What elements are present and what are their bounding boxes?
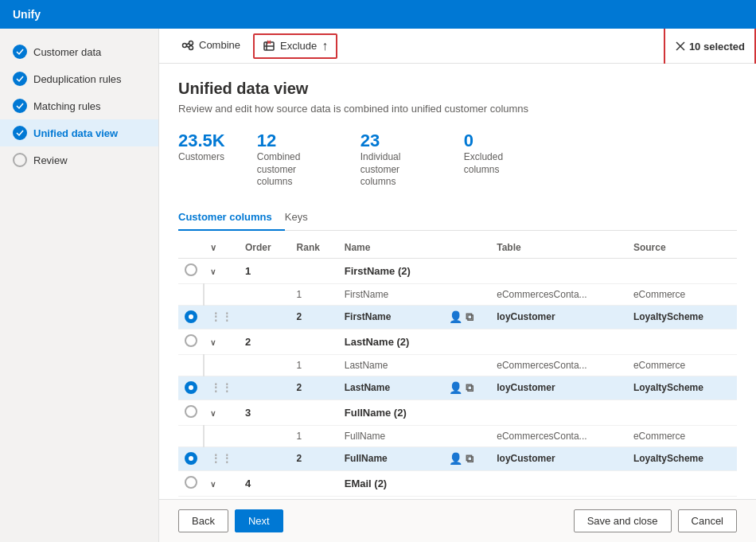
page-content: Unified data view Review and edit how so… (159, 64, 756, 499)
combine-icon (181, 39, 194, 52)
sidebar-label-unified-data-view: Unified data view (33, 127, 118, 139)
row-rank: 2 (290, 446, 338, 470)
stat-combined-label: Combined customer columns (257, 151, 329, 189)
row-cell-icons (442, 354, 490, 376)
person-icon[interactable]: 👤 (449, 310, 462, 323)
row-name: FirstName (338, 283, 442, 305)
combine-label: Combine (199, 39, 240, 51)
th-table: Table (490, 237, 627, 259)
next-button[interactable]: Next (235, 509, 283, 532)
sidebar-item-review[interactable]: Review (0, 146, 158, 174)
radio-unchecked[interactable] (185, 405, 197, 418)
cancel-label: Cancel (692, 515, 723, 527)
cursor-indicator: ↑ (321, 39, 328, 53)
cell-action-icons: 👤 ⧉ (449, 452, 484, 466)
row-table: eCommercesConta... (490, 354, 627, 376)
sidebar: Customer data Deduplication rules Matchi… (0, 29, 159, 542)
save-close-button[interactable]: Save and close (574, 509, 672, 532)
radio-unchecked[interactable] (185, 476, 197, 489)
row-cell-icons: 👤 ⧉ (442, 446, 490, 470)
radio-unchecked[interactable] (185, 334, 197, 347)
drag-handle-icon[interactable]: ⋮⋮ (210, 310, 232, 323)
th-expand: ∨ (204, 237, 239, 259)
row-name: EMail (2) (338, 470, 442, 496)
exclude-button[interactable]: Exclude ↑ (253, 33, 337, 59)
row-table: eCommercesConta... (490, 283, 627, 305)
sidebar-item-deduplication-rules[interactable]: Deduplication rules (0, 65, 158, 92)
row-radio (178, 354, 204, 376)
chevron-icon: ∨ (210, 267, 216, 276)
row-rank: 1 (290, 354, 338, 376)
row-order (239, 446, 290, 470)
circle-icon-review (13, 153, 27, 167)
chevron-icon: ∨ (210, 409, 216, 418)
sidebar-item-customer-data[interactable]: Customer data (0, 38, 158, 65)
stat-individual-label: Individual customer columns (360, 151, 432, 189)
row-cell-icons (442, 400, 490, 425)
row-order: 4 (239, 470, 290, 496)
table-row: ∨ 3 FullName (2) (178, 400, 737, 425)
row-cell-icons (442, 329, 490, 354)
row-radio[interactable] (178, 470, 204, 496)
row-indent (204, 283, 239, 305)
copy-icon[interactable]: ⧉ (466, 381, 473, 395)
row-order (239, 425, 290, 446)
chevron-icon: ∨ (210, 338, 216, 347)
table-row: 1 FullName eCommercesConta... eCommerce (178, 425, 737, 446)
row-order (239, 354, 290, 376)
toolbar: Combine Exclude ↑ 10 selected (159, 29, 756, 64)
row-drag: ⋮⋮ (204, 446, 239, 470)
row-radio[interactable] (178, 446, 204, 470)
radio-checked[interactable] (185, 310, 197, 323)
drag-handle-icon[interactable]: ⋮⋮ (210, 452, 232, 465)
row-radio[interactable] (178, 258, 204, 283)
row-radio (178, 425, 204, 446)
row-name: LastName (338, 376, 442, 400)
cell-action-icons: 👤 ⧉ (449, 381, 484, 395)
row-radio[interactable] (178, 329, 204, 354)
table-row: 1 LastName eCommercesConta... eCommerce (178, 354, 737, 376)
check-icon-unified-data-view (13, 126, 27, 140)
person-icon[interactable]: 👤 (449, 381, 462, 394)
row-chevron[interactable]: ∨ (204, 329, 239, 354)
row-name: FirstName (2) (338, 258, 442, 283)
row-drag: ⋮⋮ (204, 305, 239, 329)
back-button[interactable]: Back (178, 509, 228, 532)
sidebar-item-unified-data-view[interactable]: Unified data view (0, 119, 158, 146)
copy-icon[interactable]: ⧉ (466, 452, 473, 466)
row-chevron[interactable]: ∨ (204, 470, 239, 496)
tab-customer-columns[interactable]: Customer columns (178, 205, 285, 231)
row-source: eCommerce (627, 354, 737, 376)
combine-button[interactable]: Combine (172, 29, 250, 64)
row-indent (204, 354, 239, 376)
copy-icon[interactable]: ⧉ (466, 310, 473, 324)
radio-checked[interactable] (185, 381, 197, 394)
sidebar-item-matching-rules[interactable]: Matching rules (0, 92, 158, 119)
row-source: eCommerce (627, 283, 737, 305)
row-source (627, 329, 737, 354)
row-radio[interactable] (178, 376, 204, 400)
row-radio[interactable] (178, 305, 204, 329)
stat-individual: 23 Individual customer columns (360, 131, 432, 189)
person-icon[interactable]: 👤 (449, 452, 462, 465)
radio-checked[interactable] (185, 452, 197, 465)
stat-customers-label: Customers (178, 151, 225, 164)
th-name: Name (338, 237, 442, 259)
row-radio[interactable] (178, 400, 204, 425)
row-chevron[interactable]: ∨ (204, 258, 239, 283)
th-checkbox (178, 237, 204, 259)
row-rank (290, 400, 338, 425)
row-rank (290, 329, 338, 354)
row-chevron[interactable]: ∨ (204, 400, 239, 425)
radio-unchecked[interactable] (185, 263, 197, 276)
row-rank (290, 470, 338, 496)
save-close-label: Save and close (587, 515, 658, 527)
drag-handle-icon[interactable]: ⋮⋮ (210, 381, 232, 394)
row-source (627, 470, 737, 496)
svg-line-4 (187, 46, 189, 48)
stat-excluded: 0 Excluded columns (464, 131, 536, 189)
row-table: loyCustomer (490, 446, 627, 470)
tab-keys[interactable]: Keys (285, 205, 321, 231)
row-source (627, 400, 737, 425)
cancel-button[interactable]: Cancel (678, 509, 737, 532)
